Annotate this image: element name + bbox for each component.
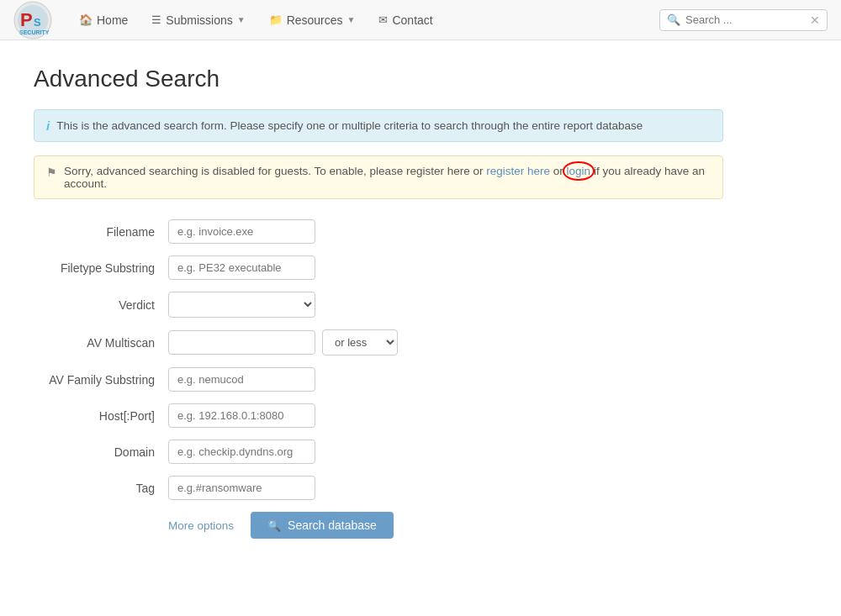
filename-row: Filename bbox=[34, 219, 723, 244]
more-options-link[interactable]: More options bbox=[168, 519, 234, 532]
home-icon: 🏠 bbox=[79, 13, 93, 26]
verdict-select[interactable]: Malicious Suspicious No specific threat bbox=[168, 292, 315, 318]
av-multiscan-input[interactable] bbox=[168, 330, 315, 355]
navbar-search-clear[interactable]: ✕ bbox=[810, 13, 820, 27]
brand-logo: P S SECURITY bbox=[13, 1, 52, 39]
nav-item-submissions[interactable]: ☰ Submissions ▼ bbox=[141, 8, 255, 32]
search-database-label: Search database bbox=[288, 519, 377, 532]
advanced-search-form: Filename Filetype Substring Verdict Mali… bbox=[34, 219, 723, 539]
tag-label: Tag bbox=[34, 482, 168, 495]
resources-caret: ▼ bbox=[347, 15, 356, 24]
filetype-label: Filetype Substring bbox=[34, 261, 168, 275]
av-family-label: AV Family Substring bbox=[34, 373, 168, 387]
info-icon: i bbox=[46, 118, 50, 133]
search-icon: 🔍 bbox=[667, 13, 680, 26]
resources-icon: 📁 bbox=[269, 13, 283, 26]
warning-alert: ⚑ Sorry, advanced searching is disabled … bbox=[34, 155, 723, 199]
nav-item-resources-label: Resources bbox=[287, 13, 343, 27]
av-family-row: AV Family Substring bbox=[34, 367, 723, 392]
nav-item-submissions-label: Submissions bbox=[166, 13, 232, 27]
domain-row: Domain bbox=[34, 440, 723, 464]
flag-icon: ⚑ bbox=[46, 166, 57, 179]
svg-text:P: P bbox=[20, 9, 33, 30]
nav-item-contact-label: Contact bbox=[392, 13, 432, 27]
filename-input[interactable] bbox=[168, 219, 315, 244]
verdict-label: Verdict bbox=[34, 298, 168, 312]
filename-label: Filename bbox=[34, 225, 168, 239]
svg-text:SECURITY: SECURITY bbox=[19, 29, 50, 35]
page-title: Advanced Search bbox=[34, 66, 723, 92]
host-port-input[interactable] bbox=[168, 403, 315, 428]
host-port-row: Host[:Port] bbox=[34, 403, 723, 428]
tag-row: Tag bbox=[34, 476, 723, 500]
host-port-label: Host[:Port] bbox=[34, 409, 168, 423]
nav-item-home-label: Home bbox=[97, 13, 128, 27]
warning-alert-text: Sorry, advanced searching is disabled fo… bbox=[64, 165, 711, 190]
nav-item-resources[interactable]: 📁 Resources ▼ bbox=[259, 8, 366, 32]
domain-label: Domain bbox=[34, 445, 168, 459]
submissions-caret: ▼ bbox=[237, 15, 246, 24]
contact-icon: ✉ bbox=[378, 13, 388, 26]
info-alert-text: This is the advanced search form. Please… bbox=[56, 119, 643, 132]
nav-item-home[interactable]: 🏠 Home bbox=[69, 8, 138, 32]
navbar: P S SECURITY 🏠 Home ☰ Submissions ▼ 📁 Re… bbox=[0, 0, 841, 40]
av-multiscan-controls: or less or more exactly bbox=[168, 329, 398, 355]
svg-text:S: S bbox=[34, 16, 41, 29]
info-alert: i This is the advanced search form. Plea… bbox=[34, 109, 723, 142]
av-multiscan-label: AV Multiscan bbox=[34, 336, 168, 350]
av-multiscan-row: AV Multiscan or less or more exactly bbox=[34, 329, 723, 355]
main-content: Advanced Search i This is the advanced s… bbox=[0, 40, 757, 564]
av-family-input[interactable] bbox=[168, 367, 315, 392]
av-qualifier-select[interactable]: or less or more exactly bbox=[322, 329, 398, 355]
register-link[interactable]: register here bbox=[486, 165, 550, 177]
filetype-row: Filetype Substring bbox=[34, 255, 723, 280]
verdict-row: Verdict Malicious Suspicious No specific… bbox=[34, 292, 723, 318]
filetype-input[interactable] bbox=[168, 255, 315, 280]
search-btn-icon: 🔍 bbox=[267, 519, 281, 532]
submissions-icon: ☰ bbox=[151, 13, 161, 26]
login-link[interactable]: login bbox=[567, 165, 591, 177]
domain-input[interactable] bbox=[168, 440, 315, 464]
tag-input[interactable] bbox=[168, 476, 315, 500]
navbar-search-bar: 🔍 ✕ bbox=[659, 9, 828, 31]
navbar-search-input[interactable] bbox=[685, 13, 805, 26]
nav-item-contact[interactable]: ✉ Contact bbox=[368, 8, 442, 32]
nav-items: 🏠 Home ☰ Submissions ▼ 📁 Resources ▼ ✉ C… bbox=[69, 8, 659, 32]
brand-logo-link[interactable]: P S SECURITY bbox=[13, 1, 52, 39]
search-database-button[interactable]: 🔍 Search database bbox=[251, 512, 394, 539]
form-bottom: More options 🔍 Search database bbox=[168, 512, 723, 539]
